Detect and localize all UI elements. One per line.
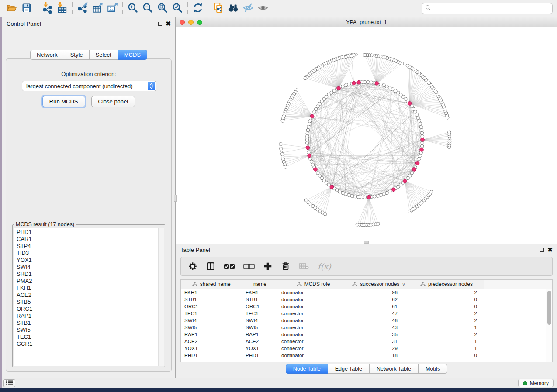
tab-select[interactable]: Select (90, 50, 118, 60)
column-header-name[interactable]: name (242, 280, 278, 289)
export-table-icon (92, 2, 103, 15)
binoculars-icon (227, 2, 239, 15)
select-all-checkboxes-icon[interactable] (224, 263, 235, 270)
tab-style[interactable]: Style (64, 50, 90, 60)
network-window: YPA_prune.txt_1 (176, 17, 557, 244)
criterion-select[interactable]: largest connected component (undirected) (22, 81, 156, 91)
close-panel-icon[interactable]: ✖ (547, 248, 553, 252)
deselect-all-checkboxes-icon[interactable] (243, 263, 255, 270)
search-field[interactable] (422, 3, 553, 14)
add-column-icon[interactable] (263, 261, 273, 271)
table-row[interactable]: FKH1FKH1dominator962 (181, 289, 552, 296)
mcds-result-item[interactable]: SRD1 (17, 271, 164, 278)
memory-button[interactable]: Memory (518, 379, 554, 387)
zoom-out-button[interactable] (140, 2, 155, 16)
table-row[interactable]: RAP1RAP1dominator352 (181, 331, 552, 338)
tab-mcds[interactable]: MCDS (118, 50, 147, 60)
table-cell: 18 (349, 352, 409, 359)
zoom-in-button[interactable] (125, 2, 140, 16)
show-all-button[interactable] (256, 2, 270, 16)
eye-icon (257, 2, 269, 15)
float-panel-icon[interactable] (540, 248, 544, 252)
mcds-result-item[interactable]: YOX1 (17, 257, 164, 264)
mcds-result-item[interactable]: PMA2 (17, 278, 164, 285)
function-builder-icon[interactable]: f(x) (318, 262, 331, 271)
delete-column-icon[interactable] (281, 261, 291, 271)
table-cell: 2 (409, 331, 484, 338)
tab-network[interactable]: Network (30, 50, 64, 60)
table-scrollbar-thumb[interactable] (547, 291, 551, 325)
run-mcds-button[interactable]: Run MCDS (42, 96, 85, 107)
column-header-shared-name[interactable]: shared name (181, 280, 242, 289)
table-row[interactable]: SWI5SWI5connector431 (181, 324, 552, 331)
clone-network-button[interactable] (211, 2, 226, 16)
table-row[interactable]: YOX1YOX1connector291 (181, 345, 552, 352)
network-canvas[interactable] (176, 27, 557, 244)
mcds-list-scrollbar[interactable] (158, 228, 164, 366)
float-panel-icon[interactable] (158, 22, 162, 26)
save-session-button[interactable] (19, 2, 34, 16)
table-cell: TEC1 (181, 310, 242, 317)
split-panes-icon[interactable] (206, 261, 215, 271)
table-row[interactable]: STB1STB1dominator620 (181, 296, 552, 303)
open-session-button[interactable] (4, 2, 19, 16)
task-history-button[interactable] (3, 379, 15, 387)
table-cell: 29 (349, 345, 409, 352)
close-panel-button[interactable]: Close panel (91, 96, 135, 107)
eye-slash-icon (242, 2, 254, 15)
import-table-button[interactable] (55, 2, 69, 16)
zoom-fit-button[interactable] (155, 2, 170, 16)
mcds-result-item[interactable]: ACE2 (17, 292, 164, 299)
import-network-button[interactable] (40, 2, 55, 16)
column-header-successor-nodes[interactable]: successor nodes∨ (349, 280, 409, 289)
mcds-result-item[interactable]: PHD1 (17, 229, 164, 236)
column-header-MCDS-role[interactable]: MCDS role (278, 280, 349, 289)
table-row[interactable]: PHD1PHD1dominator180 (181, 352, 552, 359)
horizontal-splitter-handle[interactable] (364, 241, 369, 244)
mcds-result-item[interactable]: TEC1 (17, 334, 164, 340)
close-panel-icon[interactable]: ✖ (166, 22, 171, 26)
table-row[interactable]: ACE2ACE2connector311 (181, 338, 552, 345)
column-header-predecessor-nodes[interactable]: predecessor nodes (409, 280, 484, 289)
toolbar-separator (72, 2, 73, 15)
tab-network-table[interactable]: Network Table (370, 364, 419, 374)
mcds-result-item[interactable]: STP4 (17, 243, 164, 250)
mcds-result-item[interactable]: GCR1 (17, 340, 164, 347)
mcds-result-item[interactable]: SWI5 (17, 327, 164, 334)
refresh-layout-button[interactable] (190, 2, 205, 16)
column-header-label: shared name (200, 281, 231, 287)
export-image-button[interactable] (105, 2, 120, 16)
table-row[interactable]: TEC1TEC1connector472 (181, 310, 552, 317)
network-window-titlebar[interactable]: YPA_prune.txt_1 (176, 17, 557, 27)
mcds-result-item[interactable]: STB5 (17, 299, 164, 306)
mcds-result-item[interactable]: ORC1 (17, 306, 164, 313)
export-network-button[interactable] (75, 2, 90, 16)
tab-motifs[interactable]: Motifs (419, 364, 447, 374)
control-panel-tabs: NetworkStyleSelectMCDS (2, 50, 175, 60)
find-button[interactable] (226, 2, 241, 16)
settings-gear-icon[interactable] (188, 261, 197, 271)
export-table-button[interactable] (90, 2, 105, 16)
search-input[interactable] (431, 6, 549, 12)
table-cell: YOX1 (181, 345, 242, 352)
zoom-selected-button[interactable] (170, 2, 185, 16)
table-cell: 2 (409, 310, 484, 317)
vertical-splitter-handle[interactable] (174, 195, 177, 202)
mcds-result-item[interactable]: CAR1 (17, 236, 164, 243)
table-cell: 47 (349, 310, 409, 317)
mcds-result-item[interactable]: RAP1 (17, 313, 164, 320)
tab-node-table[interactable]: Node Table (286, 364, 328, 374)
table-scrollbar[interactable] (546, 289, 552, 362)
save-icon (21, 3, 32, 15)
tab-edge-table[interactable]: Edge Table (328, 364, 370, 374)
mcds-result-item[interactable]: SWI4 (17, 264, 164, 271)
table-row[interactable]: ORC1ORC1dominator610 (181, 303, 552, 310)
mcds-result-item[interactable]: TID3 (17, 250, 164, 257)
delete-table-icon[interactable] (299, 262, 309, 271)
hide-selected-button[interactable] (241, 2, 256, 16)
select-stepper-icon (148, 82, 155, 90)
control-panel-title: Control Panel (7, 21, 41, 27)
mcds-result-item[interactable]: STB1 (17, 320, 164, 327)
mcds-result-item[interactable]: FKH1 (17, 285, 164, 292)
table-row[interactable]: SWI4SWI4dominator462 (181, 317, 552, 324)
